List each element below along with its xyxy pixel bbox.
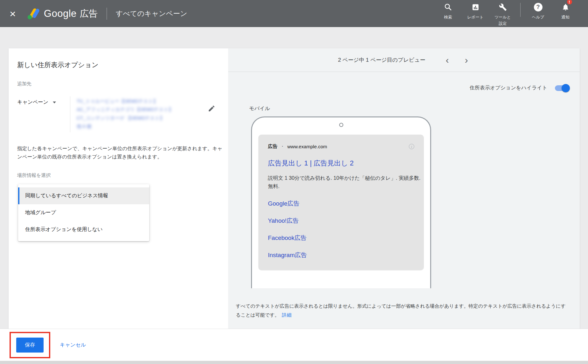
sitelink-yahoo[interactable]: Yahoo!広告 [268,217,414,225]
nav-divider [520,3,521,17]
page-title: すべてのキャンペーン [116,9,187,18]
toggle-knob [562,84,570,92]
nav-search-label: 検索 [444,14,452,20]
chevron-down-icon [53,102,56,103]
campaign-name-blurred: TV_トゥルービュー【DEMOテスト】 [77,97,175,105]
header-divider [107,8,107,20]
campaign-name-blurred: AC_アフィニティカテゴリ【DEMOテスト】 [77,105,175,114]
nav-tools-label-line2: 設定 [499,21,507,26]
app-header: × Google 広告 すべてのキャンペーン 検索 レポ [0,0,588,27]
report-icon [472,2,480,12]
phone-mockup: 広告 ・ www.example.com i 広告見出し 1 | 広告見出し 2… [251,116,431,288]
ad-preview-card: 広告 ・ www.example.com i 広告見出し 1 | 広告見出し 2… [258,135,424,270]
nav-help-label: ヘルプ [532,14,544,20]
sitelink-facebook[interactable]: Facebook広告 [268,234,414,242]
annotation-red-box: 保存 [10,332,50,358]
phone-camera [339,123,343,127]
campaign-level-dropdown[interactable]: キャンペーン [17,96,56,106]
page: × Google 広告 すべてのキャンペーン 検索 レポ [0,0,588,364]
nav-notifications[interactable]: ! 通知 [552,0,579,20]
google-ads-logo [27,8,40,20]
help-icon: ? [534,2,542,12]
preview-disclaimer: すべてのテキストが広告に表示されるとは限りません。形式によっては一部が省略される… [236,302,567,319]
nav-tools[interactable]: ツールと設定 [489,0,516,27]
highlight-toggle-row: 住所表示オプションをハイライト [228,85,569,91]
location-option-synced-business[interactable]: 同期しているすべてのビジネス情報 [18,187,149,204]
highlight-toggle-label: 住所表示オプションをハイライト [470,85,547,91]
nav-reports[interactable]: レポート [462,0,489,20]
campaign-row: キャンペーン TV_トゥルービュー【DEMOテスト】 AC_アフィニティカテゴリ… [17,96,215,132]
campaign-list: TV_トゥルービュー【DEMOテスト】 AC_アフィニティカテゴリ【DEMOテス… [70,96,175,132]
edit-pencil-icon[interactable] [208,105,215,114]
dialog-title: 新しい住所表示オプション [17,60,215,69]
google-ads-logo-icon [27,8,40,20]
cancel-link[interactable]: キャンセル [60,342,86,348]
ad-headline-link[interactable]: 広告見出し 1 | 広告見出し 2 [268,158,414,168]
brand-google: Google [44,8,77,19]
help-glyph: ? [534,3,542,11]
chevron-right-icon[interactable]: › [463,55,470,65]
campaign-name-blurred: 他 6 個 [77,122,175,130]
location-option-location-group[interactable]: 地域グループ [18,204,149,221]
preview-header: 2 ページ中 1 ページ目のプレビュー ‹ › [228,48,580,72]
preview-panel: 2 ページ中 1 ページ目のプレビュー ‹ › 住所表示オプションをハイライト … [228,48,580,329]
page-bottom-strip [0,361,588,364]
nav-help[interactable]: ? ヘルプ [524,0,552,20]
ad-topline: 広告 ・ www.example.com i [268,144,414,150]
nav-search[interactable]: 検索 [434,0,462,20]
panel-description: 指定した各キャンペーンで、キャンペーン単位の住所表示オプションが更新されます。キ… [17,144,223,161]
add-to-label: 追加先 [17,81,215,87]
address-option-dialog: 新しい住所表示オプション 追加先 キャンペーン TV_トゥルービュー【DEMOテ… [9,48,580,329]
close-icon[interactable]: × [10,8,16,19]
sitelink-instagram[interactable]: Instagram広告 [268,251,414,259]
search-icon [444,2,452,12]
save-button[interactable]: 保存 [16,338,44,353]
ad-separator: ・ [280,144,285,150]
header-nav: 検索 レポート ツールと設定 ? ヘルプ [434,0,579,27]
campaign-dropdown-label: キャンペーン [17,99,48,106]
ad-description: 説明文 1 30分で読み切れる. 10年かけた「秘伝のタレ」. 実績多数. 無料… [268,174,421,191]
wrench-icon [499,2,507,12]
nav-notifications-label: 通知 [562,14,570,20]
edit-panel: 新しい住所表示オプション 追加先 キャンペーン TV_トゥルービュー【DEMOテ… [9,48,228,329]
action-bar: 保存 キャンセル [0,329,588,361]
highlight-toggle[interactable] [555,85,569,91]
preview-pager-text: 2 ページ中 1 ページ目のプレビュー [338,56,425,64]
details-link[interactable]: 詳細 [282,312,291,318]
ad-display-url: www.example.com [287,144,327,149]
ad-badge: 広告 [268,144,277,150]
device-label: モバイル [249,105,580,112]
location-option-none[interactable]: 住所表示オプションを使用しない [18,221,149,238]
campaign-name-blurred: CT_コンテンツターゲ 【DEMOテスト】 [77,114,175,122]
location-select-label: 場所情報を選択 [17,172,215,178]
chevron-left-icon[interactable]: ‹ [444,55,451,65]
info-icon[interactable]: i [409,144,414,149]
nav-reports-label: レポート [467,14,484,20]
location-options-menu: 同期しているすべてのビジネス情報 地域グループ 住所表示オプションを使用しない [18,184,149,241]
nav-tools-label-line1: ツールと [495,15,511,19]
sitelink-google[interactable]: Google広告 [268,200,414,208]
brand-product: 広告 [80,8,98,20]
preview-body: 住所表示オプションをハイライト モバイル 広告 ・ www.example.co… [228,72,580,329]
bell-icon: ! [562,2,570,12]
nav-tools-label: ツールと設定 [495,14,511,27]
